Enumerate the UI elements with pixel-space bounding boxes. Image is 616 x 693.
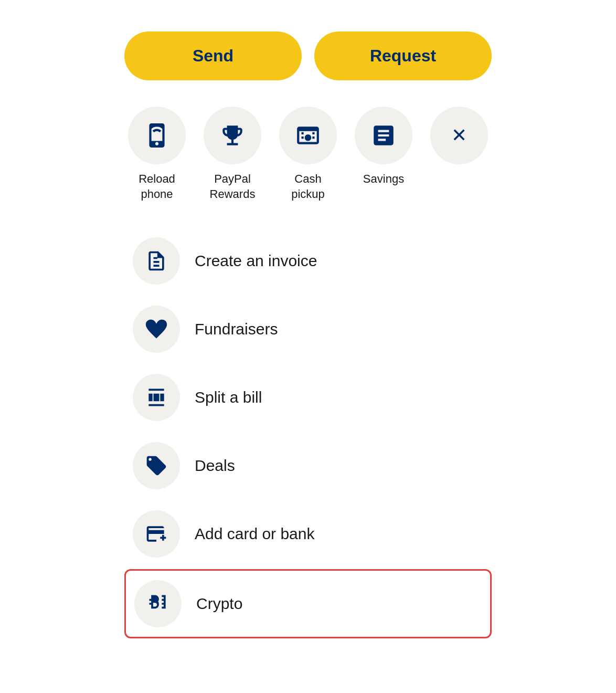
list-item-split-bill[interactable]: Split a bill: [124, 364, 492, 430]
crypto-circle: [134, 580, 182, 627]
list-item-create-invoice[interactable]: Create an invoice: [124, 228, 492, 294]
list-items: Create an invoice Fundraisers Split a bi…: [124, 228, 492, 638]
split-bill-icon: [145, 386, 168, 409]
savings-label: Savings: [363, 172, 404, 187]
split-bill-circle: [133, 374, 180, 421]
list-item-deals[interactable]: Deals: [124, 433, 492, 499]
split-bill-label: Split a bill: [195, 388, 262, 406]
list-item-fundraisers[interactable]: Fundraisers: [124, 296, 492, 362]
send-button[interactable]: Send: [124, 32, 302, 80]
cash-pickup-circle: [279, 107, 337, 164]
paypal-rewards-circle: [204, 107, 261, 164]
crypto-label: Crypto: [196, 595, 242, 613]
list-item-add-card[interactable]: Add card or bank: [124, 501, 492, 567]
create-invoice-label: Create an invoice: [195, 252, 317, 270]
quick-action-paypal-rewards[interactable]: PayPalRewards: [200, 107, 265, 202]
fundraisers-icon: [145, 318, 168, 341]
reload-phone-circle: [128, 107, 186, 164]
add-card-icon: [145, 522, 168, 545]
quick-action-savings[interactable]: Savings: [351, 107, 416, 187]
fundraisers-label: Fundraisers: [195, 320, 278, 338]
savings-circle: [355, 107, 412, 164]
deals-label: Deals: [195, 457, 235, 475]
main-container: Send Request Reloadphone PayPalRewards: [124, 32, 492, 662]
deals-icon: [145, 454, 168, 477]
quick-action-cash-pickup[interactable]: Cashpickup: [275, 107, 341, 202]
request-button[interactable]: Request: [314, 32, 492, 80]
savings-icon: [370, 122, 397, 149]
close-circle: ✕: [430, 107, 488, 164]
cash-icon: [295, 122, 321, 149]
reload-phone-label: Reloadphone: [139, 172, 175, 202]
fundraisers-circle: [133, 306, 180, 353]
close-icon: ✕: [451, 124, 467, 146]
crypto-icon: [146, 592, 169, 615]
quick-action-reload-phone[interactable]: Reloadphone: [124, 107, 189, 202]
add-card-label: Add card or bank: [195, 525, 314, 543]
list-item-crypto[interactable]: Crypto: [124, 569, 492, 638]
cash-pickup-label: Cashpickup: [291, 172, 325, 202]
quick-action-close[interactable]: ✕: [427, 107, 492, 164]
reload-phone-icon: [144, 122, 170, 149]
invoice-icon: [145, 249, 168, 272]
trophy-icon: [219, 122, 246, 149]
quick-actions-row: Reloadphone PayPalRewards Cashpickup: [124, 107, 492, 202]
add-card-circle: [133, 510, 180, 558]
deals-circle: [133, 442, 180, 489]
paypal-rewards-label: PayPalRewards: [210, 172, 256, 202]
create-invoice-circle: [133, 237, 180, 285]
button-row: Send Request: [124, 32, 492, 80]
